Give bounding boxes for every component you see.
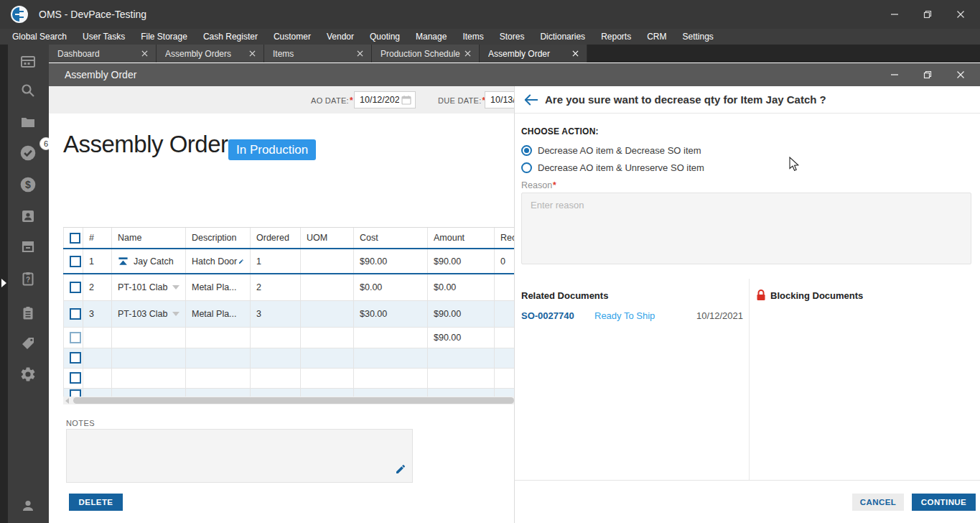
reason-input[interactable] — [521, 193, 971, 264]
close-icon[interactable] — [944, 0, 977, 29]
menu-dictionaries[interactable]: Dictionaries — [532, 29, 593, 45]
edit-pencil-icon[interactable] — [395, 463, 406, 478]
menu-manage[interactable]: Manage — [408, 29, 454, 45]
inner-restore-icon[interactable] — [911, 63, 944, 86]
production-help-icon[interactable]: ? — [18, 269, 38, 289]
notes-field[interactable] — [66, 429, 413, 483]
table-row[interactable]: 3 PT-103 Clab Metal Pla... 3 $30.00 $90.… — [64, 300, 515, 327]
delete-button[interactable]: DELETE — [69, 494, 123, 511]
back-arrow-icon[interactable] — [523, 93, 539, 110]
tab-dashboard[interactable]: Dashboard — [49, 45, 157, 63]
calendar-icon[interactable] — [401, 95, 411, 108]
col-ordered: Ordered — [251, 228, 301, 249]
settings-gear-icon[interactable] — [18, 364, 38, 384]
tabstrip: Dashboard Assembly Orders Items Producti… — [49, 45, 980, 63]
tab-close-icon[interactable] — [569, 49, 581, 59]
menu-reports[interactable]: Reports — [593, 29, 639, 45]
tab-close-icon[interactable] — [246, 49, 258, 59]
menu-stores[interactable]: Stores — [492, 29, 533, 45]
continue-button[interactable]: CONTINUE — [912, 494, 976, 511]
select-all-checkbox[interactable] — [70, 233, 80, 244]
col-cost: Cost — [354, 228, 428, 249]
due-date-input[interactable] — [485, 91, 514, 108]
tasks-icon[interactable]: 6 — [18, 143, 38, 163]
restore-icon[interactable] — [911, 0, 944, 29]
tab-close-icon[interactable] — [354, 49, 365, 59]
empty-row[interactable] — [64, 348, 515, 368]
menu-crm[interactable]: CRM — [639, 29, 674, 45]
folder-icon[interactable] — [18, 112, 38, 132]
footer-divider — [515, 480, 980, 481]
menu-vendor[interactable]: Vendor — [319, 29, 362, 45]
decrease-qty-dialog: Are you sure want to decrease qty for It… — [514, 86, 980, 523]
status-badge: In Production — [228, 139, 316, 160]
minimize-icon[interactable] — [878, 0, 911, 29]
due-date-label: DUE DATE:* — [438, 96, 486, 106]
row-checkbox[interactable] — [70, 256, 81, 267]
svg-text:?: ? — [26, 276, 30, 284]
dropdown-caret-icon[interactable] — [172, 312, 179, 316]
row-checkbox[interactable] — [70, 282, 81, 293]
select-all-cell[interactable] — [64, 228, 83, 249]
menu-items[interactable]: Items — [454, 29, 491, 45]
table-row[interactable]: 1 Jay Catch Hatch Door 1 $90.00 $90.00 0 — [64, 249, 515, 274]
store-icon[interactable] — [18, 236, 38, 256]
row-checkbox[interactable] — [70, 352, 81, 364]
tab-production-schedule[interactable]: Production Schedule — [372, 45, 480, 63]
table-row[interactable]: 2 PT-101 Clab Metal Pla... 2 $0.00 $0.00 — [64, 274, 515, 300]
menu-global-search[interactable]: Global Search — [4, 29, 75, 45]
total-row: $90.00 — [64, 327, 515, 348]
menu-settings[interactable]: Settings — [674, 29, 721, 45]
option-unreserve-so[interactable]: Decrease AO item & Unreserve SO item — [521, 161, 704, 174]
dialog-title: Are you sure want to decrease qty for It… — [545, 86, 826, 114]
menu-file-storage[interactable]: File Storage — [133, 29, 195, 45]
search-icon[interactable] — [18, 80, 38, 101]
related-doc-date: 10/12/2021 — [687, 310, 743, 321]
row-checkbox[interactable] — [70, 308, 81, 320]
horizontal-scrollbar[interactable] — [63, 397, 514, 404]
inner-minimize-icon[interactable] — [878, 63, 911, 86]
menu-cash-register[interactable]: Cash Register — [195, 29, 266, 45]
radio-unselected-icon[interactable] — [521, 162, 532, 173]
sidebar-expand-arrow-icon[interactable] — [1, 279, 6, 287]
dialog-header: Are you sure want to decrease qty for It… — [515, 86, 980, 114]
col-uom: UOM — [301, 228, 354, 249]
reason-label: Reason* — [521, 180, 556, 190]
edit-pencil-icon[interactable] — [238, 256, 244, 267]
dashboard-icon[interactable] — [18, 52, 38, 72]
col-rec: Rec — [495, 228, 515, 249]
empty-row[interactable] — [64, 368, 515, 388]
finance-icon[interactable]: $ — [18, 175, 38, 195]
col-amount: Amount — [428, 228, 495, 249]
col-num: # — [83, 228, 112, 249]
tags-icon[interactable] — [18, 333, 38, 353]
user-icon[interactable] — [18, 496, 38, 516]
empty-row[interactable] — [64, 388, 515, 397]
scrollbar-thumb[interactable] — [73, 397, 514, 404]
inner-close-icon[interactable] — [944, 63, 977, 86]
checklist-icon[interactable] — [18, 303, 38, 323]
related-doc-number-link[interactable]: SO-0027740 — [521, 310, 574, 321]
svg-text:$: $ — [25, 179, 31, 190]
tab-items[interactable]: Items — [264, 45, 372, 63]
tab-close-icon[interactable] — [462, 49, 473, 59]
cancel-button[interactable]: CANCEL — [852, 494, 904, 511]
dropdown-caret-icon[interactable] — [172, 285, 179, 290]
scroll-left-icon[interactable] — [65, 398, 69, 404]
row-checkbox[interactable] — [70, 372, 81, 384]
documents-divider — [749, 279, 750, 480]
menu-quoting[interactable]: Quoting — [362, 29, 408, 45]
radio-selected-icon[interactable] — [521, 145, 532, 156]
related-doc-status[interactable]: Ready To Ship — [594, 310, 655, 321]
tab-close-icon[interactable] — [139, 49, 150, 59]
menu-customer[interactable]: Customer — [266, 29, 319, 45]
row-checkbox[interactable] — [70, 389, 81, 397]
menu-user-tasks[interactable]: User Tasks — [75, 29, 133, 45]
app-window: OMS - DevPace-Testing Global Search User… — [0, 0, 980, 523]
tab-assembly-orders[interactable]: Assembly Orders — [157, 45, 264, 63]
option-decrease-so[interactable]: Decrease AO item & Decrease SO item — [521, 144, 701, 157]
row-checkbox[interactable] — [70, 332, 81, 343]
related-documents-heading: Related Documents — [521, 290, 608, 301]
contacts-icon[interactable] — [18, 206, 38, 226]
tab-assembly-order[interactable]: Assembly Order — [480, 45, 587, 63]
